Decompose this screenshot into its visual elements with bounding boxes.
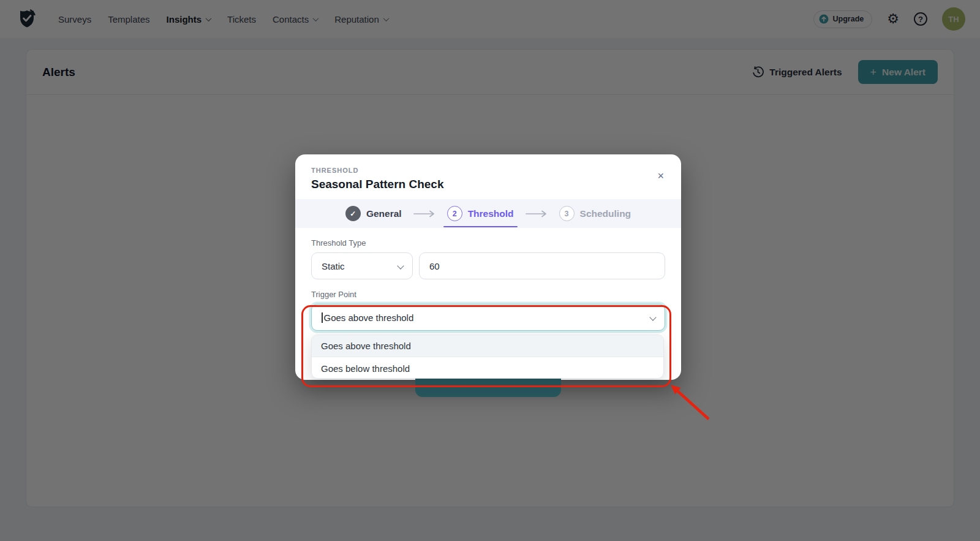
- threshold-value: 60: [429, 261, 440, 271]
- step-arrow-icon: [525, 210, 548, 218]
- step-label: Threshold: [468, 208, 514, 219]
- modal-header: THRESHOLD Seasonal Pattern Check ×: [295, 154, 681, 199]
- close-icon[interactable]: ×: [657, 170, 664, 181]
- threshold-type-value: Static: [322, 261, 345, 271]
- step-label: General: [366, 208, 402, 219]
- modal-eyebrow: THRESHOLD: [311, 167, 665, 174]
- trigger-point-label: Trigger Point: [311, 290, 665, 299]
- threshold-type-label: Threshold Type: [311, 238, 665, 248]
- trigger-point-select[interactable]: Goes above threshold: [311, 304, 665, 331]
- step-threshold[interactable]: 2 Threshold: [447, 206, 514, 221]
- trigger-point-value: Goes above threshold: [324, 312, 414, 323]
- modal-title: Seasonal Pattern Check: [311, 178, 665, 191]
- step-general[interactable]: ✓ General: [345, 206, 402, 221]
- threshold-alert-modal: THRESHOLD Seasonal Pattern Check × ✓ Gen…: [295, 154, 681, 380]
- step-label: Scheduling: [580, 208, 631, 219]
- trigger-point-dropdown: Goes above threshold Goes below threshol…: [311, 335, 664, 379]
- chevron-down-icon: [649, 314, 656, 320]
- step-arrow-icon: [413, 210, 436, 218]
- app-screen: Surveys Templates Insights Tickets Conta…: [0, 0, 980, 541]
- wizard-stepper: ✓ General 2 Threshold 3 Scheduling: [295, 199, 681, 228]
- step-number: 3: [559, 206, 575, 221]
- threshold-type-select[interactable]: Static: [311, 252, 413, 279]
- step-scheduling[interactable]: 3 Scheduling: [559, 206, 631, 221]
- text-cursor: [322, 312, 323, 323]
- step-number: 2: [447, 206, 462, 221]
- modal-body: Threshold Type Static 60 Trigger Point G…: [295, 238, 681, 331]
- dropdown-option-goes-below[interactable]: Goes below threshold: [312, 357, 663, 379]
- active-step-underline: [443, 226, 518, 228]
- dropdown-option-goes-above[interactable]: Goes above threshold: [312, 335, 663, 357]
- step-check-icon: ✓: [345, 206, 361, 221]
- chevron-down-icon: [397, 262, 404, 269]
- threshold-value-input[interactable]: 60: [419, 252, 665, 279]
